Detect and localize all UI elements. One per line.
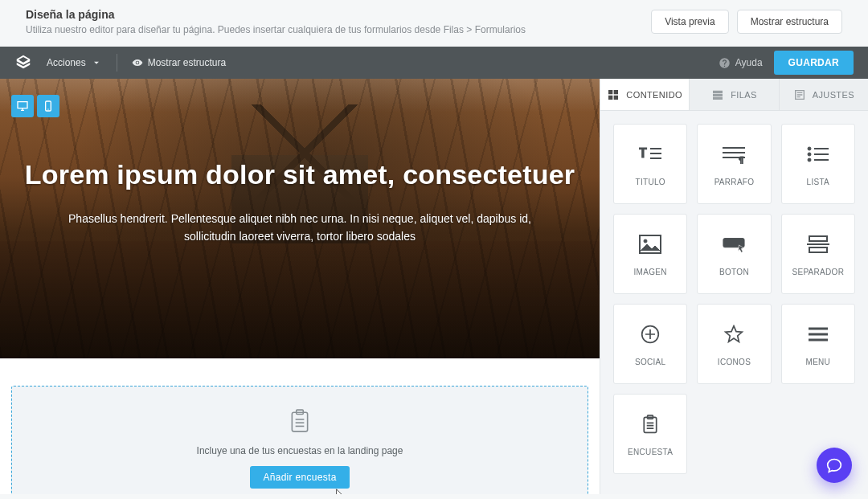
workspace: Lorem ipsum dolor sit amet, consectetuer… [0,79,868,494]
help-icon [719,57,731,69]
show-structure-button[interactable]: Mostrar estructura [737,10,842,34]
svg-rect-15 [809,236,827,241]
settings-form-icon [793,88,806,101]
actions-menu[interactable]: Acciones [47,57,102,68]
toggle-structure-button[interactable]: Mostrar estructura [132,57,226,68]
content-tiles: T TITULO ¶ PARRAFO LISTA IMA [600,111,868,487]
help-fab[interactable] [817,448,852,483]
tile-menu[interactable]: MENU [781,304,855,384]
svg-text:T: T [639,146,647,160]
toolbar-separator [117,54,117,72]
star-icon [722,322,746,346]
slot-hint: Incluye una de tus encuestas en la landi… [28,445,571,456]
editor-canvas[interactable]: Lorem ipsum dolor sit amet, consectetuer… [0,79,600,494]
add-survey-button[interactable]: Añadir encuesta [250,466,349,489]
tile-social[interactable]: SOCIAL [613,304,687,384]
desktop-icon [16,100,29,112]
tile-paragraph-label: PARRAFO [714,178,755,186]
svg-point-1 [47,108,48,109]
actions-menu-label: Acciones [47,57,86,68]
device-mobile-button[interactable] [37,95,59,117]
tile-survey[interactable]: ENCUESTA [613,394,687,474]
page-subtitle: Utiliza nuestro editor para diseñar tu p… [26,24,526,35]
hero-headline: Lorem ipsum dolor sit amet, consectetuer [0,159,600,190]
tile-button-label: BOTON [719,268,749,276]
tile-title[interactable]: T TITULO [613,124,687,204]
clipboard-icon [289,409,310,433]
grid-icon [607,88,620,101]
chevron-down-icon [91,57,102,68]
survey-icon [638,412,662,436]
page-header: Diseña la página Utiliza nuestro editor … [0,0,868,47]
svg-rect-16 [809,247,827,252]
button-icon [722,232,746,256]
right-panel: CONTENIDO FILAS AJUSTES T TITULO ¶ [600,79,868,494]
svg-rect-14 [723,238,744,247]
cursor-pointer-icon [332,487,345,495]
page-header-actions: Vista previa Mostrar estructura [651,10,842,34]
divider-icon [806,232,830,256]
tile-social-label: SOCIAL [635,358,665,366]
panel-tabs: CONTENIDO FILAS AJUSTES [600,79,868,111]
svg-point-9 [808,147,811,150]
hero-subline: Phasellus hendrerit. Pellentesque alique… [0,210,600,246]
svg-point-10 [808,153,811,156]
device-desktop-button[interactable] [11,95,34,117]
paragraph-icon: ¶ [722,142,746,166]
tile-icons[interactable]: ICONOS [697,304,771,384]
toggle-structure-label: Mostrar estructura [148,57,226,68]
chat-icon [826,457,842,473]
hero-section[interactable]: Lorem ipsum dolor sit amet, consectetuer… [0,79,600,358]
tile-survey-label: ENCUESTA [628,448,673,456]
title-icon: T [638,142,662,166]
help-label: Ayuda [735,57,763,68]
image-icon [638,232,662,256]
tile-list-label: LISTA [807,178,830,186]
tab-settings-label: AJUSTES [813,90,854,100]
tile-menu-label: MENU [806,358,831,366]
editor-toolbar: Acciones Mostrar estructura Ayuda GUARDA… [0,47,868,79]
page-title: Diseña la página [26,8,526,21]
brand-logo-icon [14,54,32,72]
tile-divider-label: SEPARADOR [792,268,844,276]
tile-divider[interactable]: SEPARADOR [781,214,855,294]
help-link[interactable]: Ayuda [719,57,763,69]
tab-rows-label: FILAS [731,90,757,100]
page-header-titles: Diseña la página Utiliza nuestro editor … [26,8,526,35]
mobile-icon [42,100,55,112]
list-icon [806,142,830,166]
tab-content-label: CONTENIDO [626,90,682,100]
social-icon [638,322,662,346]
tile-image[interactable]: IMAGEN [613,214,687,294]
svg-point-11 [808,158,811,162]
eye-icon [132,57,143,68]
tab-content[interactable]: CONTENIDO [600,79,690,110]
save-button[interactable]: GUARDAR [774,51,854,75]
preview-button[interactable]: Vista previa [651,10,728,34]
menu-icon [806,322,830,346]
tab-rows[interactable]: FILAS [690,79,779,110]
survey-drop-slot[interactable]: Incluye una de tus encuestas en la landi… [11,386,588,494]
tile-image-label: IMAGEN [634,268,667,276]
svg-rect-2 [292,412,307,432]
tile-title-label: TITULO [635,178,665,186]
tile-icons-label: ICONOS [718,358,751,366]
svg-point-13 [644,239,647,243]
tile-list[interactable]: LISTA [781,124,855,204]
device-picker [11,95,59,117]
tile-button[interactable]: BOTON [697,214,771,294]
tab-settings[interactable]: AJUSTES [780,79,868,110]
tile-paragraph[interactable]: ¶ PARRAFO [697,124,771,204]
svg-text:¶: ¶ [739,155,743,164]
rows-icon [711,88,724,101]
